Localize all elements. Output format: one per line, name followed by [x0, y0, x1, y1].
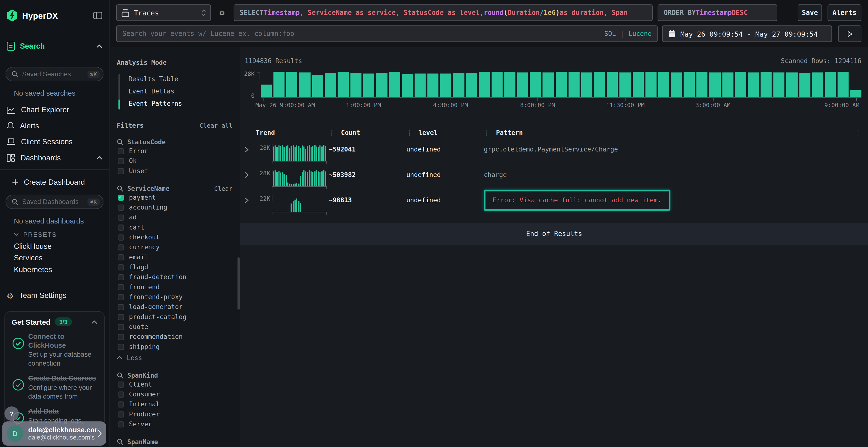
- filter-option-recommendation[interactable]: recommendation: [117, 332, 240, 342]
- histogram-bar[interactable]: [850, 90, 862, 97]
- filter-option-currency[interactable]: currency: [117, 242, 240, 252]
- checkbox[interactable]: [118, 314, 124, 320]
- filter-option-fraud-detection[interactable]: fraud-detection: [117, 272, 240, 282]
- sidebar-collapse-icon[interactable]: [93, 11, 102, 19]
- chevron-up-icon[interactable]: [96, 44, 102, 48]
- checkbox[interactable]: [118, 244, 124, 250]
- histogram-bar[interactable]: [299, 72, 310, 97]
- histogram-bar[interactable]: [568, 72, 579, 97]
- histogram-bar[interactable]: [453, 73, 464, 97]
- filter-option-email[interactable]: email: [117, 252, 240, 262]
- sql-select-input[interactable]: SELECT Timestamp, ServiceName as service…: [234, 4, 653, 21]
- histogram-bar[interactable]: [363, 74, 374, 97]
- checkbox[interactable]: [118, 401, 124, 407]
- histogram-bar[interactable]: [799, 73, 810, 97]
- histogram-bar[interactable]: [786, 72, 797, 97]
- table-row[interactable]: 28K~503982undefinedcharge: [243, 169, 862, 190]
- checkbox[interactable]: [118, 284, 124, 290]
- analysis-mode-item-event-patterns[interactable]: Event Patterns: [123, 97, 240, 110]
- filter-option-shipping[interactable]: shipping: [117, 342, 240, 352]
- checkbox[interactable]: [118, 168, 124, 174]
- filter-option-frontend-proxy[interactable]: frontend-proxy: [117, 292, 240, 302]
- checkbox[interactable]: [118, 234, 124, 240]
- sidebar-item-alerts[interactable]: Alerts: [0, 118, 109, 134]
- checkbox[interactable]: [118, 334, 124, 340]
- source-select[interactable]: Traces: [116, 4, 211, 21]
- histogram-bar[interactable]: [581, 72, 592, 97]
- sidebar-item-client-sessions[interactable]: Client Sessions: [0, 134, 109, 150]
- histogram-bar[interactable]: [761, 72, 772, 97]
- histogram-bar[interactable]: [658, 72, 669, 97]
- source-settings-gear-icon[interactable]: ⚙: [214, 8, 230, 18]
- get-started-item[interactable]: Connect to ClickHouseSet up your databas…: [11, 333, 97, 368]
- histogram-bar[interactable]: [466, 73, 477, 97]
- checkbox[interactable]: [118, 254, 124, 260]
- row-expand-chevron-icon[interactable]: [243, 194, 256, 215]
- checkbox[interactable]: [118, 194, 124, 200]
- preset-item-services[interactable]: Services: [0, 252, 109, 264]
- search-input[interactable]: Search your events w/ Lucene ex. column:…: [116, 26, 657, 42]
- checkbox[interactable]: [118, 381, 124, 387]
- filter-option-checkout[interactable]: checkout: [117, 232, 240, 242]
- filter-option-load-generator[interactable]: load-generator: [117, 302, 240, 312]
- histogram-bar[interactable]: [632, 72, 644, 97]
- histogram-bar[interactable]: [709, 72, 720, 97]
- histogram-bar[interactable]: [376, 73, 387, 97]
- histogram-bar[interactable]: [543, 72, 554, 97]
- histogram-bar[interactable]: [338, 72, 349, 97]
- checkbox[interactable]: [118, 421, 124, 427]
- histogram-bar[interactable]: [491, 72, 502, 97]
- filter-option-cart[interactable]: cart: [117, 222, 240, 232]
- table-row[interactable]: 28K~592041undefinedgrpc.oteldemo.Payment…: [243, 143, 862, 164]
- histogram-bar[interactable]: [774, 72, 784, 97]
- histogram-bar[interactable]: [440, 74, 452, 97]
- user-menu[interactable]: D dale@clickhouse.com dale@clickhouse.co…: [2, 421, 106, 446]
- sidebar-item-team-settings[interactable]: ⚙ Team Settings: [0, 287, 109, 304]
- preset-item-kubernetes[interactable]: Kubernetes: [0, 264, 109, 275]
- column-drag-handle-icon[interactable]: ⋮: [484, 129, 490, 136]
- histogram-bar[interactable]: [530, 72, 541, 97]
- filter-option-accounting[interactable]: accounting: [117, 202, 240, 212]
- histogram-bar[interactable]: [312, 75, 323, 97]
- row-expand-chevron-icon[interactable]: [243, 143, 256, 164]
- sidebar-item-search[interactable]: Search: [0, 38, 109, 54]
- language-lucene-toggle[interactable]: Lucene: [628, 30, 651, 38]
- error-pattern-highlight[interactable]: Error: Visa cache full: cannot add new i…: [484, 190, 670, 210]
- presets-toggle[interactable]: PRESETS: [0, 228, 109, 241]
- histogram-bar[interactable]: [428, 74, 439, 97]
- filter-option-payment[interactable]: payment: [117, 193, 240, 202]
- filter-option-consumer[interactable]: Consumer: [117, 389, 240, 399]
- filter-option-quote[interactable]: quote: [117, 322, 240, 332]
- checkbox[interactable]: [118, 274, 124, 280]
- column-drag-handle-icon[interactable]: ⋮: [406, 129, 412, 136]
- filter-option-internal[interactable]: Internal: [117, 399, 240, 409]
- saved-searches-input[interactable]: Saved Searches ⌘K: [5, 67, 103, 81]
- histogram-bar[interactable]: [838, 72, 849, 97]
- filter-option-product-catalog[interactable]: product-catalog: [117, 312, 240, 322]
- saved-dashboards-input[interactable]: Saved Dashboards ⌘K: [5, 195, 103, 209]
- filter-option-flagd[interactable]: flagd: [117, 262, 240, 272]
- chevron-up-icon[interactable]: [91, 320, 97, 324]
- checkbox[interactable]: [118, 324, 124, 330]
- filter-option-server[interactable]: Server: [117, 419, 240, 429]
- filter-option-error[interactable]: Error: [117, 146, 240, 156]
- table-row[interactable]: 22K~98813undefinedError: Visa cache full…: [243, 194, 862, 215]
- histogram-bar[interactable]: [389, 72, 400, 97]
- checkbox[interactable]: [118, 214, 124, 220]
- table-options-icon[interactable]: ⋮: [852, 129, 862, 137]
- filter-option-unset[interactable]: Unset: [117, 166, 240, 176]
- checkbox[interactable]: [118, 204, 124, 210]
- show-less-toggle[interactable]: Less: [117, 353, 240, 363]
- checkbox[interactable]: [118, 264, 124, 270]
- checkbox[interactable]: [118, 294, 124, 300]
- histogram-bar[interactable]: [350, 73, 362, 97]
- run-query-button[interactable]: [838, 26, 861, 42]
- column-drag-handle-icon[interactable]: ⋮: [329, 129, 334, 136]
- analysis-mode-item-event-deltas[interactable]: Event Deltas: [123, 85, 240, 98]
- histogram-bar[interactable]: [620, 72, 631, 97]
- histogram-bar[interactable]: [671, 72, 682, 97]
- language-sql-toggle[interactable]: SQL: [604, 30, 616, 38]
- events-histogram[interactable]: 28K 0 May 26 9:00:00 AM1:00:00 PM4:30:00…: [243, 69, 862, 111]
- order-by-input[interactable]: ORDER BY Timestamp DESC: [658, 4, 777, 21]
- histogram-bar[interactable]: [504, 72, 515, 97]
